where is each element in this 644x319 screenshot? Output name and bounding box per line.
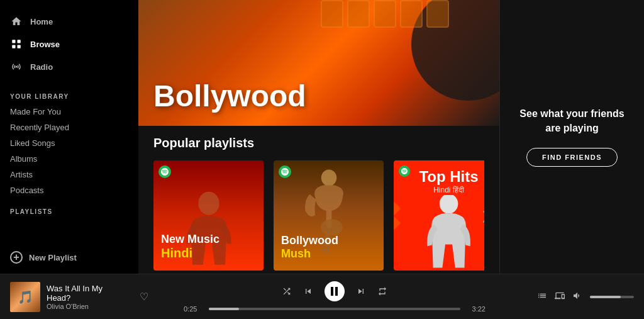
card-1-text: New Music Hindi — [161, 233, 219, 260]
player-bar: 🎵 Was It All In My Head? Olivia O'Brien … — [0, 274, 644, 319]
content-area: Bollywood Popular playlists — [138, 0, 644, 274]
playlist-cards: New Music Hindi — [153, 160, 484, 271]
sidebar-item-podcasts[interactable]: Podcasts — [0, 182, 138, 198]
next-button[interactable] — [356, 286, 366, 296]
player-artist-name: Olivia O'Brien — [47, 303, 128, 310]
filmstrip-hole-4 — [400, 0, 423, 28]
svg-rect-13 — [331, 287, 333, 296]
play-pause-button[interactable] — [325, 281, 345, 301]
scroll-down-icon[interactable]: ❯ — [481, 209, 484, 223]
playlists-label: PLAYLISTS — [0, 198, 138, 219]
bw-person-silhouette — [419, 195, 479, 271]
filmstrip-hole-1 — [321, 0, 343, 28]
main-content: Bollywood Popular playlists — [138, 0, 499, 274]
svg-rect-3 — [18, 45, 21, 48]
card-1-line1: New Music — [161, 233, 219, 246]
svg-rect-2 — [12, 45, 15, 48]
devices-button[interactable] — [555, 291, 565, 303]
sidebar-item-browse[interactable]: Browse — [0, 33, 138, 55]
radio-icon — [10, 60, 23, 73]
spotify-icon-card1 — [158, 165, 171, 178]
hero-banner: Bollywood — [138, 0, 499, 126]
volume-button[interactable] — [572, 291, 582, 303]
card-2-text: Bollywood Mush — [281, 234, 338, 260]
queue-button[interactable] — [537, 291, 547, 303]
new-playlist-button[interactable]: + New Playlist — [0, 246, 138, 269]
player-thumb-art: 🎵 — [10, 282, 40, 312]
player-center: 0:25 3:22 — [148, 281, 521, 313]
svg-point-7 — [320, 219, 342, 235]
section-title: Popular playlists — [153, 136, 484, 150]
playlist-card-top-hits[interactable]: Top Hits Hindi हिंदी — [394, 160, 484, 271]
shuffle-button[interactable] — [282, 286, 292, 296]
svg-rect-0 — [12, 40, 15, 43]
player-right — [521, 291, 634, 303]
svg-rect-1 — [18, 40, 21, 43]
find-friends-button[interactable]: FIND FRIENDS — [526, 148, 618, 167]
card-3-text: Top Hits Hindi हिंदी — [394, 160, 484, 194]
hero-title: Bollywood — [153, 79, 306, 113]
right-panel: See what your friends are playing FIND F… — [499, 0, 644, 274]
player-track-info: Was It All In My Head? Olivia O'Brien — [47, 284, 128, 310]
playlist-card-bollywood-mush[interactable]: Bollywood Mush — [274, 160, 384, 271]
svg-point-5 — [198, 192, 219, 215]
player-track-name: Was It All In My Head? — [47, 284, 128, 303]
svg-point-4 — [16, 66, 18, 68]
time-total: 3:22 — [467, 305, 486, 313]
volume-bar[interactable] — [590, 296, 634, 298]
filmstrip-hole-3 — [374, 0, 396, 28]
card-3-line2: Hindi हिंदी — [394, 186, 484, 194]
svg-rect-14 — [335, 287, 338, 296]
sidebar-bottom: + New Playlist — [0, 246, 138, 269]
svg-point-8 — [439, 195, 458, 214]
friends-text: See what your friends are playing — [513, 107, 631, 135]
filmstrip-hole-2 — [347, 0, 370, 28]
plus-icon: + — [10, 251, 23, 264]
volume-fill — [590, 296, 621, 298]
left-arrows — [394, 203, 399, 228]
player-controls — [282, 281, 387, 301]
card-2-line2: Mush — [281, 247, 338, 260]
repeat-button[interactable] — [377, 286, 387, 296]
sidebar-item-recently-played[interactable]: Recently Played — [0, 120, 138, 135]
home-icon — [10, 15, 23, 28]
sidebar-item-albums[interactable]: Albums — [0, 151, 138, 167]
time-current: 0:25 — [184, 305, 203, 313]
playlist-card-new-music-hindi[interactable]: New Music Hindi — [153, 160, 264, 271]
sidebar-item-home[interactable]: Home — [0, 10, 138, 33]
svg-point-6 — [321, 169, 336, 186]
playlists-section: Popular playlists — [138, 126, 499, 274]
browse-icon — [10, 38, 23, 50]
previous-button[interactable] — [303, 286, 313, 296]
sidebar-item-radio[interactable]: Radio — [0, 55, 138, 78]
progress-bar[interactable] — [209, 308, 460, 310]
player-left: 🎵 Was It All In My Head? Olivia O'Brien … — [10, 282, 148, 312]
sidebar-item-made-for-you[interactable]: Made For You — [0, 104, 138, 120]
filmstrip-hole-5 — [426, 0, 449, 28]
card-1-line2: Hindi — [161, 246, 219, 260]
progress-fill — [209, 308, 239, 310]
player-progress: 0:25 3:22 — [184, 305, 486, 313]
sidebar-item-liked-songs[interactable]: Liked Songs — [0, 135, 138, 151]
player-thumbnail: 🎵 — [10, 282, 40, 312]
your-library-label: YOUR LIBRARY — [0, 83, 138, 104]
filmstrip-decoration — [321, 0, 449, 28]
card-2-line1: Bollywood — [281, 234, 338, 247]
sidebar-nav: Home Browse — [0, 5, 138, 83]
card-3-line1: Top Hits — [394, 168, 484, 186]
like-button[interactable]: ♡ — [140, 291, 148, 303]
sidebar-item-artists[interactable]: Artists — [0, 167, 138, 182]
sidebar: Home Browse — [0, 0, 138, 274]
